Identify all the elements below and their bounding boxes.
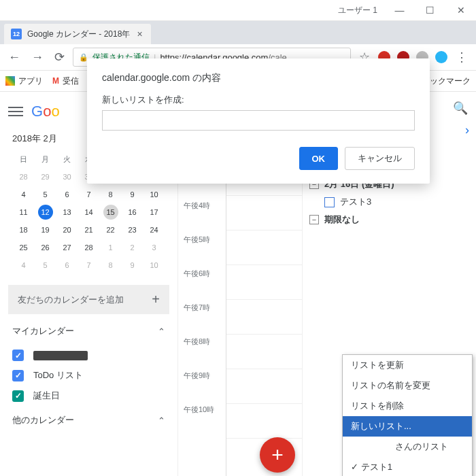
context-menu-item[interactable]: 新しいリスト...	[343, 416, 472, 437]
mini-cal-day[interactable]: 25	[13, 239, 35, 256]
hour-label: 午後10時	[184, 405, 214, 439]
mini-cal-day[interactable]: 27	[56, 239, 78, 256]
mini-cal-day[interactable]: 5	[35, 256, 56, 274]
context-menu-item[interactable]: リストを更新	[343, 355, 472, 375]
collapse-icon[interactable]: −	[309, 215, 319, 224]
dialog-cancel-button[interactable]: キャンセル	[345, 147, 415, 170]
mini-cal-day[interactable]: 29	[35, 168, 56, 186]
add-friend-calendar[interactable]: 友だちのカレンダーを追加 +	[8, 285, 169, 314]
list-context-menu: リストを更新リストの名前を変更リストを削除新しいリスト... さんのリストテスト…	[342, 354, 473, 476]
mini-cal-day[interactable]: 30	[56, 168, 78, 186]
mini-cal-day[interactable]: 2	[122, 239, 143, 256]
mini-cal-day[interactable]: 9	[122, 186, 143, 203]
mini-cal-day[interactable]: 16	[122, 203, 143, 221]
my-calendars-section[interactable]: マイカレンダー⌃	[0, 317, 177, 345]
mail-bookmark[interactable]: M受信	[52, 75, 79, 87]
window-minimize-button[interactable]: —	[384, 0, 415, 20]
checkbox-icon[interactable]: ✓	[12, 370, 24, 381]
google-logo: Goo	[31, 103, 60, 120]
tab-strip: 12 Google カレンダー - 2018年 ×	[0, 21, 476, 44]
tab-title: Google カレンダー - 2018年	[27, 29, 130, 40]
checkbox-icon[interactable]: ✓	[12, 390, 24, 402]
hour-label: 午後6時	[184, 269, 214, 303]
dialog-label: 新しいリストを作成:	[102, 94, 415, 106]
plus-icon[interactable]: +	[152, 292, 160, 307]
browser-tab[interactable]: 12 Google カレンダー - 2018年 ×	[4, 24, 151, 44]
menu-icon[interactable]	[8, 107, 23, 116]
hour-label: 午後4時	[184, 201, 214, 235]
chevron-right-icon[interactable]: ›	[465, 123, 469, 137]
mini-cal-day[interactable]: 6	[56, 256, 78, 274]
search-icon[interactable]: 🔍	[453, 101, 468, 116]
mini-cal-day[interactable]: 13	[56, 203, 78, 221]
window-close-button[interactable]: ✕	[445, 0, 476, 20]
mini-cal-day[interactable]: 6	[56, 186, 78, 203]
context-menu-item[interactable]: テスト1	[343, 457, 472, 476]
ext-icon-4[interactable]	[435, 51, 447, 63]
mini-cal-day[interactable]: 10	[143, 256, 165, 274]
dialog-ok-button[interactable]: OK	[299, 147, 339, 170]
chevron-up-icon: ⌃	[158, 326, 165, 337]
redacted-name	[33, 351, 88, 360]
apps-bookmark[interactable]: アプリ	[5, 75, 43, 87]
prompt-dialog: calendar.google.com の内容 新しいリストを作成: OK キャ…	[87, 58, 430, 184]
hour-label: 午後5時	[184, 235, 214, 269]
mini-cal-day[interactable]: 8	[100, 186, 122, 203]
mini-cal-day[interactable]: 4	[13, 256, 35, 274]
mini-cal-day[interactable]: 5	[35, 186, 56, 203]
mini-cal-day[interactable]: 17	[143, 203, 165, 221]
mini-cal-day[interactable]: 20	[56, 221, 78, 239]
browser-menu-icon[interactable]: ⋮	[453, 48, 471, 66]
window-titlebar: ユーザー 1 — ☐ ✕	[0, 0, 476, 21]
reload-button[interactable]: ⟳	[52, 48, 67, 66]
context-menu-item[interactable]: リストの名前を変更	[343, 375, 472, 396]
mini-cal-day[interactable]: 21	[78, 221, 100, 239]
hour-label: 午後9時	[184, 371, 214, 405]
mini-cal-day[interactable]: 8	[100, 256, 122, 274]
mini-cal-day[interactable]: 7	[78, 256, 100, 274]
context-menu-item[interactable]: さんのリスト	[343, 437, 472, 457]
calendar-list-item[interactable]: ✓ToDo リスト	[12, 365, 165, 386]
mini-cal-day[interactable]: 22	[100, 221, 122, 239]
mini-cal-day[interactable]: 3	[143, 239, 165, 256]
mini-cal-day[interactable]: 4	[13, 186, 35, 203]
calendar-list-item[interactable]: ✓	[12, 345, 165, 365]
mini-cal-day[interactable]: 18	[13, 221, 35, 239]
mini-cal-day[interactable]: 15	[100, 203, 122, 221]
mini-cal-day[interactable]: 19	[35, 221, 56, 239]
task-item[interactable]: テスト3	[303, 193, 476, 211]
gmail-icon: M	[52, 76, 59, 86]
hour-label: 午後7時	[184, 303, 214, 337]
back-button[interactable]: ←	[5, 49, 23, 66]
mini-cal-day[interactable]: 12	[35, 203, 56, 221]
mini-cal-day[interactable]: 23	[122, 221, 143, 239]
dialog-title: calendar.google.com の内容	[102, 72, 415, 84]
mini-cal-day[interactable]: 14	[78, 203, 100, 221]
dialog-input[interactable]	[102, 110, 415, 131]
apps-icon	[5, 76, 15, 86]
hour-label: 午後8時	[184, 337, 214, 371]
mini-cal-day[interactable]: 1	[100, 239, 122, 256]
calendar-favicon: 12	[11, 29, 22, 39]
mini-cal-day[interactable]: 26	[35, 239, 56, 256]
calendar-list-item[interactable]: ✓誕生日	[12, 386, 165, 406]
profile-label: ユーザー 1	[338, 5, 377, 16]
context-menu-item[interactable]: リストを削除	[343, 396, 472, 416]
mini-cal-day[interactable]: 11	[13, 203, 35, 221]
window-maximize-button[interactable]: ☐	[415, 0, 445, 20]
chevron-up-icon: ⌃	[158, 415, 165, 426]
tab-close-icon[interactable]: ×	[135, 29, 143, 39]
mini-cal-day[interactable]: 10	[143, 186, 165, 203]
mini-cal-day[interactable]: 24	[143, 221, 165, 239]
create-event-fab[interactable]: +	[260, 437, 295, 473]
forward-button[interactable]: →	[29, 49, 46, 66]
other-calendars-section[interactable]: 他のカレンダー⌃	[0, 406, 177, 435]
mini-cal-day[interactable]: 9	[122, 256, 143, 274]
task-no-due[interactable]: −期限なし	[303, 211, 476, 228]
checkbox-icon[interactable]: ✓	[12, 350, 24, 361]
task-checkbox[interactable]	[324, 197, 335, 207]
mini-cal-day[interactable]: 28	[78, 239, 100, 256]
mini-cal-day[interactable]: 7	[78, 186, 100, 203]
mini-cal-day[interactable]: 28	[13, 168, 35, 186]
